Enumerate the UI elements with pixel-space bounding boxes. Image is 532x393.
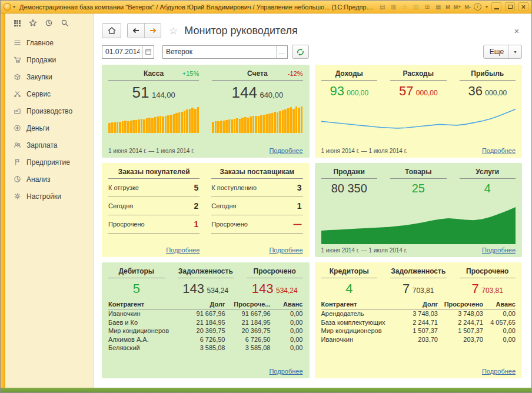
table-row[interactable]: Мир кондиционеров20 369,7520 369,750,00 [108,327,303,335]
table-cell-name: Мир кондиционеров [108,327,180,335]
back-button[interactable] [128,24,144,38]
sidebar-item-production[interactable]: Производство [5,102,93,119]
bar [284,109,287,133]
bar [122,121,124,133]
info-menu-chevron-icon[interactable]: ▾ [486,4,488,9]
goods-value: 25 [390,182,447,195]
bar [173,114,175,133]
bar [252,116,255,133]
bar [108,123,111,133]
open-items-icon[interactable]: ▥ [389,3,398,11]
more-button[interactable]: Еще ▼ [483,45,522,59]
orders-row: Сегодня 1 [211,197,302,215]
memory-button-m-minus[interactable]: M- [464,4,471,10]
app-icon[interactable] [4,3,11,11]
sidebar-item-enterprise[interactable]: Предприятие [5,154,93,171]
sidebar-item-main[interactable]: Главное [5,34,93,51]
bar [151,118,154,133]
history-icon[interactable]: ◫ [411,3,420,11]
table-row[interactable]: База комплектующих2 244,712 244,714 057,… [321,318,516,327]
service-scissors-icon [14,90,21,98]
search-icon[interactable] [61,19,69,27]
bar [220,121,222,133]
date-input[interactable] [102,46,142,58]
info-icon[interactable]: i [474,3,481,11]
date-picker-button[interactable] [142,46,154,58]
sidebar-item-salary[interactable]: Зарплата [5,136,93,154]
close-form-button[interactable]: × [511,26,522,36]
calculator-icon[interactable]: ⊞ [423,3,431,11]
table-row[interactable]: Баев и Ко21 184,9521 184,950,00 [108,318,303,327]
window-close-button[interactable]: × [518,2,528,11]
table-cell-debt: 91 667,96 [183,309,225,318]
functions-menu-icon[interactable] [13,19,21,27]
table-cell-overdue: 21 184,95 [228,318,271,327]
history-clock-icon[interactable] [45,19,53,27]
calendar-icon[interactable]: ▦ [434,3,443,11]
sales-area-chart [321,199,516,244]
home-button[interactable] [102,23,121,38]
add-favorite-star-icon[interactable]: ☆ [169,25,178,37]
debtors-panel: Дебиторы Задолженность Просрочено 5 143 … [102,262,310,378]
sidebar: Главное Продажи Закупки Сервис Производс… [5,14,94,388]
table-row[interactable]: Алхимов А.А.6 726,506 726,500,00 [108,335,303,344]
bar [241,118,244,133]
bar [162,116,164,133]
detail-link[interactable]: Подробнее [482,247,516,254]
favorites-icon[interactable]: ☆ [400,3,409,11]
panel-icon[interactable]: ▤ [378,3,387,11]
organization-choose-button[interactable]: … [276,46,287,58]
system-menu-icon[interactable]: ▾ [13,4,15,9]
favorites-star-icon[interactable] [29,19,37,27]
memory-button-m-plus[interactable]: M+ [453,4,462,10]
detail-link[interactable]: Подробнее [166,247,200,254]
table-row[interactable]: Белявский3 585,083 585,080,00 [108,344,303,352]
enterprise-flag-icon [14,158,21,166]
detail-link[interactable]: Подробнее [482,147,516,154]
table-cell-debt: 3 585,08 [183,344,225,352]
table-cell-name: Иваночкин [108,309,180,318]
sidebar-item-money[interactable]: Деньги [5,119,93,136]
detail-link[interactable]: Подробнее [269,368,302,375]
table-row[interactable]: Иваночкин91 667,9691 667,960,00 [108,309,303,318]
profit-header: Прибыль [460,69,516,81]
sidebar-item-settings[interactable]: Настройки [5,188,93,205]
creditors-debt-value: 7 703,81 [390,281,447,297]
sidebar-item-sales[interactable]: Продажи [5,51,93,68]
maximize-button[interactable] [505,2,515,11]
table-row[interactable]: Мир кондиционеров1 507,371 507,370,00 [321,327,516,335]
bar [178,112,181,133]
services-header: Услуги [460,168,516,179]
table-cell-name: Баев и Ко [108,318,180,327]
orders-row: К поступлению 3 [211,179,302,197]
table-cell-name: Алхимов А.А. [108,335,180,344]
accent-strip [1,14,5,388]
debtors-header: Дебиторы [108,267,165,278]
bar [263,115,265,133]
main-content: ☆ Монитор руководителя × … [94,14,531,388]
detail-link[interactable]: Подробнее [269,147,302,154]
memory-button-m[interactable]: M [445,4,451,10]
refresh-button[interactable] [292,45,309,59]
orders-row: Просрочено — [211,215,302,234]
income-panel: Доходы Расходы Прибыль 93 000,00 57 000,… [315,65,523,158]
minimize-button[interactable] [491,2,501,11]
filter-bar: … Еще ▼ [102,45,522,59]
home-icon [107,26,117,35]
bar [292,109,295,133]
money-coin-icon [14,124,21,132]
sidebar-item-purchases[interactable]: Закупки [5,68,93,85]
sidebar-item-label: Главное [26,39,54,47]
forward-button[interactable] [144,24,161,38]
table-row[interactable]: Арендодатель3 748,033 748,030,00 [321,309,516,318]
production-factory-icon [14,107,21,115]
table-row[interactable]: Иваночкин203,70203,700,00 [321,335,516,344]
creditors-header: Кредиторы [321,267,378,278]
detail-link[interactable]: Подробнее [482,368,516,375]
organization-input[interactable] [163,46,276,58]
sidebar-item-service[interactable]: Сервис [5,85,93,102]
detail-link[interactable]: Подробнее [269,247,302,254]
table-cell-overdue: 3 585,08 [228,344,271,352]
debtors-count-value: 5 [108,281,165,297]
sidebar-item-analysis[interactable]: Анализ [5,171,93,188]
